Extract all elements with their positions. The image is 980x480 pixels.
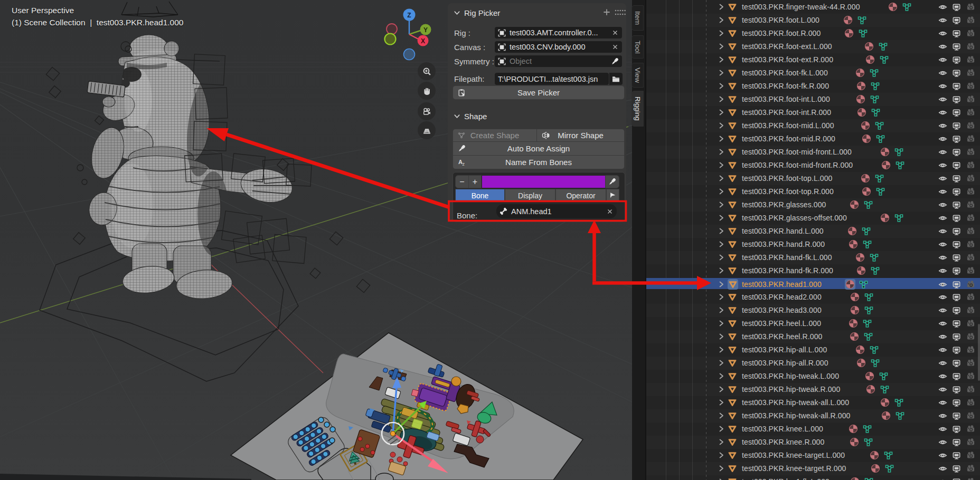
svg-text:Y: Y: [423, 26, 428, 34]
svg-text:Z: Z: [407, 12, 411, 19]
svg-text:X: X: [421, 37, 425, 45]
